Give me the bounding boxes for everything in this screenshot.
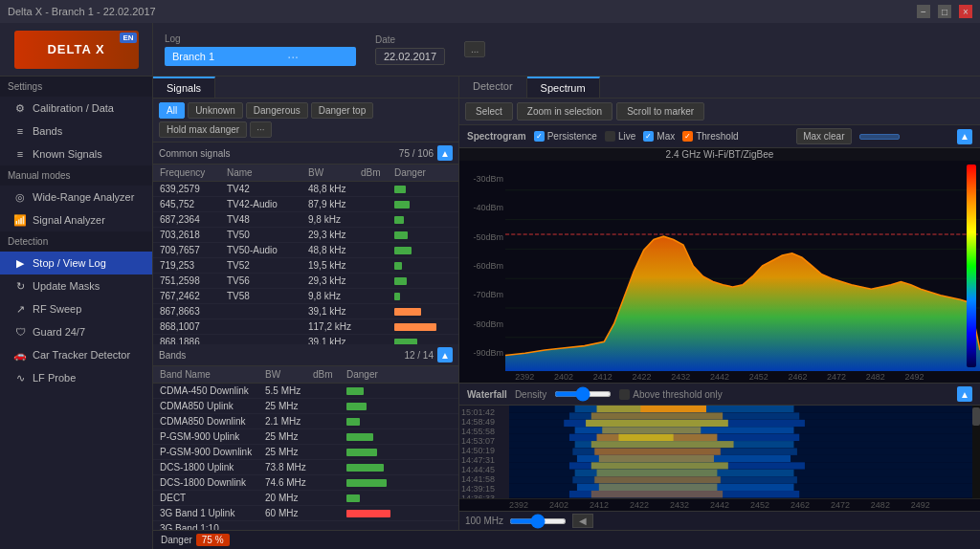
sidebar-logo: DELTA X EN [0,23,152,77]
mhz-slider[interactable] [509,518,567,524]
table-row[interactable]: P-GSM-900 Downlink 25 MHz [153,445,458,460]
bands-table-header: Band Name BW dBm Danger [153,366,458,384]
table-row[interactable]: 767,2462 TV58 9,8 kHz [153,289,458,304]
bands-table-body[interactable]: CDMA-450 Downlink 5.5 MHz CDMA850 Uplink… [153,384,458,530]
log-label: Log [165,33,356,44]
table-row[interactable]: DECT 20 MHz [153,491,458,506]
threshold-checkbox[interactable]: ✓ Threshold [682,131,738,142]
waterfall-scrollbar[interactable] [972,406,980,498]
table-row[interactable]: 868,1007 117,2 kHz [153,319,458,335]
max-clear-button[interactable]: Max clear [796,128,851,144]
table-row[interactable]: 709,7657 TV50-Audio 48,8 kHz [153,243,458,258]
y-axis-labels: -30dBm -40dBm -50dBm -60dBm -70dBm -80dB… [459,161,505,371]
table-row[interactable]: 751,2598 TV56 29,3 kHz [153,274,458,289]
sidebar-item-signal-analyzer[interactable]: 📶 Signal Analyzer [0,209,152,231]
table-row[interactable]: DCS-1800 Uplink 73.8 MHz [153,460,458,475]
above-threshold-check[interactable]: Above threshold only [619,389,722,400]
sidebar-item-car-tracker[interactable]: 🚗 Car Tracker Detector [0,343,152,366]
shield-icon: 🛡 [13,325,27,339]
more-options-button[interactable]: ... [464,41,485,57]
maximize-button[interactable]: □ [938,5,951,18]
filter-all[interactable]: All [159,102,185,119]
language-badge[interactable]: EN [120,33,136,43]
table-row[interactable]: 868,1886 39,1 kHz [153,335,458,344]
live-checkbox[interactable]: Live [605,131,635,142]
spectrogram-chart: -30dBm -40dBm -50dBm -60dBm -70dBm -80dB… [459,161,980,371]
bands-count-area: 12 / 14 ▲ [404,347,453,362]
tab-spectrum[interactable]: Spectrum [527,77,600,98]
filter-hold-max[interactable]: Hold max danger [159,121,247,138]
svg-rect-42 [594,476,721,483]
table-row[interactable]: 3G Band 1 Uplink 60 MHz [153,506,458,521]
table-row[interactable]: 645,752 TV42-Audio 87,9 kHz [153,197,458,212]
filter-unknown[interactable]: Unknown [188,102,243,119]
table-row[interactable]: CDMA850 Downlink 2.1 MHz [153,414,458,429]
filter-more-button[interactable]: ··· [250,121,271,138]
collapse-waterfall-button[interactable]: ▲ [957,386,972,402]
scroll-marker-button[interactable]: Scroll to marker [616,102,704,121]
max-checkbox[interactable]: ✓ Max [643,131,675,142]
table-row[interactable]: CDMA-450 Downlink 5.5 MHz [153,384,458,399]
table-row[interactable]: P-GSM-900 Uplink 25 MHz [153,429,458,445]
collapse-bands-button[interactable]: ▲ [437,347,453,362]
table-row[interactable]: 639,2579 TV42 48,8 kHz [153,182,458,197]
waterfall-header: Waterfall Density Above threshold only ▲ [459,384,980,406]
tab-signals[interactable]: Signals [153,77,215,98]
filter-danger-top[interactable]: Danger top [311,102,373,119]
waterfall-scroll-thumb[interactable] [972,407,980,426]
panels-row: Signals All Unknown Dangerous Danger top… [153,77,980,530]
collapse-signals-button[interactable]: ▲ [437,145,453,161]
close-button[interactable]: × [959,5,972,18]
svg-rect-33 [599,455,714,462]
sidebar-item-bands[interactable]: ≡ Bands [0,120,152,143]
signals-table-body[interactable]: 639,2579 TV42 48,8 kHz 645,752 TV42-Audi… [153,182,458,344]
main-content: Log Branch 1 ··· Date 22.02.2017 ... Sig… [153,23,980,549]
persistence-checkbox[interactable]: ✓ Persistence [534,131,597,142]
mhz-label: 100 MHz [465,516,503,526]
table-row[interactable]: CDMA850 Uplink 25 MHz [153,399,458,414]
sidebar-item-rf-sweep[interactable]: ↗ RF Sweep [0,297,152,320]
sidebar-item-lf-probe[interactable]: ∿ LF Probe [0,366,152,389]
table-row[interactable]: 867,8663 39,1 kHz [153,304,458,319]
select-button[interactable]: Select [465,102,513,121]
date-label: Date [375,34,445,45]
minimize-button[interactable]: − [917,5,930,18]
signals-count-area: 75 / 106 ▲ [399,145,453,161]
zoom-selection-button[interactable]: Zoom in selection [517,102,612,121]
car-icon: 🚗 [13,348,27,362]
log-dots: ··· [287,49,299,64]
sidebar-item-wide-range[interactable]: ◎ Wide-Range Analyzer [0,186,152,209]
svg-rect-20 [602,427,701,433]
svg-rect-36 [591,462,728,469]
waterfall-label: Waterfall [467,389,507,400]
sidebar-item-stop-view-log[interactable]: ▶ Stop / View Log [0,252,152,274]
density-slider[interactable] [554,391,612,397]
signals-tabs: Signals [153,77,458,99]
tab-detector[interactable]: Detector [459,77,527,98]
manual-modes-header: Manual modes [0,165,152,186]
table-row[interactable]: 719,253 TV52 19,5 kHz [153,258,458,274]
signals-table-header: Frequency Name BW dBm Danger [153,165,458,182]
main-layout: DELTA X EN Settings ⚙ Calibration / Data… [0,23,980,549]
waterfall-nav-button[interactable]: ◀ [572,514,593,528]
svg-rect-30 [594,449,721,455]
filter-bar: All Unknown Dangerous Danger top Hold ma… [153,99,458,143]
svg-rect-45 [599,484,718,491]
sidebar-item-calibration[interactable]: ⚙ Calibration / Data [0,97,152,120]
top-bar: Log Branch 1 ··· Date 22.02.2017 ... [153,23,980,77]
freq-dropdown[interactable] [859,134,900,140]
window-controls[interactable]: − □ × [917,5,972,18]
sidebar-item-guard[interactable]: 🛡 Guard 24/7 [0,320,152,343]
sidebar-item-known-signals[interactable]: ≡ Known Signals [0,143,152,165]
filter-dangerous[interactable]: Dangerous [246,102,308,119]
table-row[interactable]: 3G Band 1:10 Downlink 60 MHz [153,521,458,530]
update-icon: ↻ [13,279,27,293]
svg-rect-39 [597,470,718,476]
sidebar-item-update-masks[interactable]: ↻ Update Masks [0,274,152,297]
table-row[interactable]: 687,2364 TV48 9,8 kHz [153,212,458,228]
table-row[interactable]: 703,2618 TV50 29,3 kHz [153,228,458,243]
table-row[interactable]: DCS-1800 Downlink 74.6 MHz [153,475,458,491]
waterfall-svg [509,406,980,498]
collapse-spectrogram-button[interactable]: ▲ [957,129,972,144]
log-value: Branch 1 ··· [165,47,356,66]
